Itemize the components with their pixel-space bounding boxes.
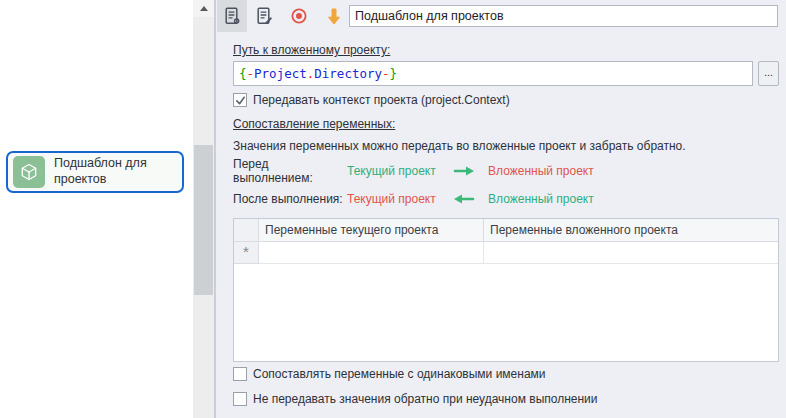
arrow-left-icon — [453, 194, 475, 204]
project-path-input[interactable]: {-Project.Directory-} — [233, 61, 753, 86]
match-names-checkbox[interactable]: Сопоставлять переменные с одинаковыми им… — [233, 367, 546, 381]
no-return-checkbox-label: Не передавать значения обратно при неуда… — [253, 392, 598, 406]
table-header-nested-project[interactable]: Переменные вложенного проекта — [484, 219, 778, 241]
mapping-description: Значения переменных можно передать во вл… — [233, 139, 686, 153]
new-row-marker: * — [234, 242, 259, 264]
match-names-checkbox-label: Сопоставлять переменные с одинаковыми им… — [253, 367, 546, 381]
scrollbar-thumb[interactable] — [194, 145, 213, 295]
after-run-target: Вложенный проект — [488, 192, 594, 206]
context-checkbox[interactable]: Передавать контекст проекта (project.Con… — [233, 93, 510, 107]
record-icon — [289, 6, 309, 26]
after-run-source: Текущий проект — [347, 192, 440, 206]
browse-button[interactable]: ... — [758, 61, 779, 86]
table-header-row: Переменные текущего проекта Переменные в… — [234, 219, 778, 242]
before-run-source: Текущий проект — [347, 164, 440, 178]
arrow-right-icon — [453, 166, 475, 176]
path-token: - — [247, 66, 255, 81]
match-names-checkbox-box[interactable] — [233, 367, 247, 381]
table-cell-nested-project[interactable] — [484, 242, 778, 264]
after-run-row: После выполнения: Текущий проект Вложенн… — [233, 191, 594, 207]
table-cell-current-project[interactable] — [259, 242, 484, 264]
cube-icon — [13, 156, 45, 188]
vertical-scrollbar[interactable] — [193, 0, 214, 418]
before-run-row: Перед выполнением: Текущий проект Вложен… — [233, 163, 594, 179]
path-token: Directory — [314, 66, 382, 81]
context-checkbox-label: Передавать контекст проекта (project.Con… — [253, 93, 510, 107]
properties-view-button[interactable] — [217, 0, 247, 32]
action-title-input[interactable] — [349, 5, 778, 27]
path-token: - — [382, 66, 390, 81]
scrollbar-up-icon — [200, 6, 208, 11]
before-run-label: Перед выполнением: — [233, 157, 347, 185]
path-token: Project — [254, 66, 307, 81]
down-arrow-icon — [324, 6, 344, 26]
path-token: { — [239, 66, 247, 81]
variables-table: Переменные текущего проекта Переменные в… — [233, 218, 779, 362]
action-card-label: Подшаблон для проектов — [54, 156, 172, 187]
path-section-label[interactable]: Путь к вложенному проекту: — [233, 43, 390, 57]
toolbar — [216, 0, 786, 32]
before-run-target: Вложенный проект — [488, 164, 594, 178]
table-corner-cell[interactable] — [234, 219, 259, 241]
context-checkbox-box[interactable] — [233, 93, 247, 107]
edit-code-button[interactable] — [249, 0, 279, 32]
move-down-button[interactable] — [319, 0, 349, 32]
actions-list-panel: Подшаблон для проектов — [0, 0, 193, 418]
path-token: } — [390, 66, 398, 81]
no-return-checkbox-box[interactable] — [233, 392, 247, 406]
table-header-current-project[interactable]: Переменные текущего проекта — [259, 219, 484, 241]
after-run-label: После выполнения: — [233, 192, 347, 206]
path-row: {-Project.Directory-} ... — [233, 61, 779, 86]
no-return-checkbox[interactable]: Не передавать значения обратно при неуда… — [233, 392, 598, 406]
checkmark-icon — [235, 95, 246, 106]
scrollbar-up-button[interactable] — [193, 0, 214, 17]
action-properties-panel: Путь к вложенному проекту: {-Project.Dir… — [214, 0, 786, 418]
action-card-subtemplate[interactable]: Подшаблон для проектов — [6, 151, 184, 193]
mapping-section-label[interactable]: Сопоставление переменных: — [233, 117, 395, 131]
record-button[interactable] — [284, 0, 314, 32]
subtemplate-action-editor: Подшаблон для проектов — [0, 0, 786, 418]
document-settings-icon — [222, 6, 242, 26]
table-new-row: * — [234, 242, 778, 264]
document-edit-icon — [254, 6, 274, 26]
